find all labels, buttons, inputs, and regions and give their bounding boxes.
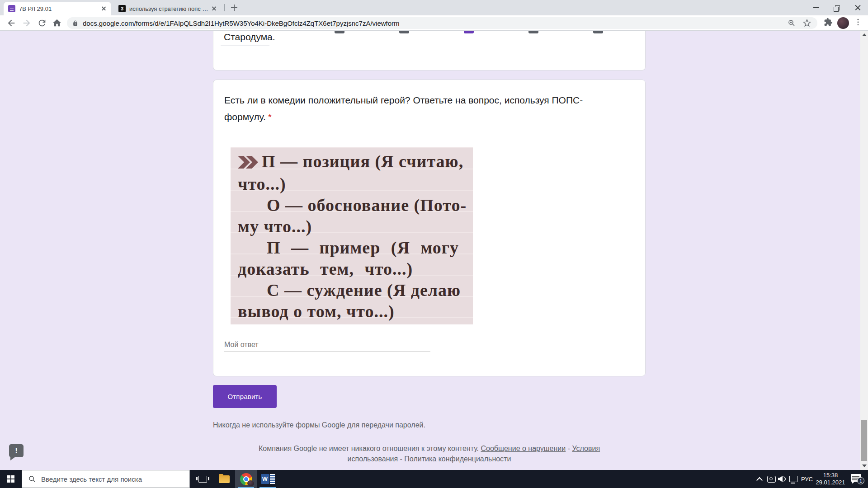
tray-capture-button[interactable] [766,470,777,488]
checkbox-stub[interactable] [593,31,603,33]
zoom-icon[interactable] [788,19,796,27]
report-feedback-button[interactable]: ! [9,444,24,457]
google-form-page: Стародума. Есть ли в комедии положительн… [0,31,868,470]
notification-count-badge: 1 [857,477,864,484]
taskbar-search-box[interactable] [22,470,190,488]
tab-search-result[interactable]: 3 используя стратегию попс фор [114,2,222,15]
taskbar-search-input[interactable] [40,475,189,483]
grid-row-label: Стародума. [224,32,275,42]
bookmark-star-icon[interactable] [803,19,811,27]
windows-taskbar: W РУС 15:38 29.01.2021 1 [0,470,868,488]
url-text: docs.google.com/forms/d/e/1FAIpQLSdh2I1H… [83,19,400,27]
chrome-profile-badge [247,480,254,486]
checkbox-checked-stub[interactable] [464,31,474,33]
form-footer: Компания Google не имеет никакого отноше… [213,443,646,464]
footer-text: Компания Google не имеет никакого отноше… [235,443,624,464]
language-indicator[interactable]: РУС [799,470,815,488]
language-label: РУС [801,476,813,483]
scrollbar-thumb[interactable] [861,420,867,461]
new-tab-button[interactable] [229,2,240,13]
grid-question-card-partial: Стародума. [213,31,646,70]
home-button[interactable] [52,18,62,28]
tab-separator [224,4,225,11]
formula-line: вывод о том, что...) [238,301,470,322]
tray-expand-button[interactable] [754,470,765,488]
chrome-taskbar-button[interactable] [235,470,257,488]
network-icon [789,476,797,482]
question-card: Есть ли в комедии положительный герой? О… [213,80,646,376]
clock-time: 15:38 [814,472,847,479]
folder-icon [219,475,230,483]
page-scrollbar[interactable] [860,31,868,470]
task-view-button[interactable] [192,470,213,488]
window-restore-button[interactable] [826,0,847,14]
formula-image-lines: П — позиция (Я считаю,что...)О — обоснов… [238,151,470,322]
menu-dots-icon[interactable] [854,18,864,28]
file-explorer-button[interactable] [213,470,235,488]
chevron-up-icon [756,477,763,483]
action-center-button[interactable]: 1 [848,470,866,488]
google-forms-favicon-icon [8,5,15,12]
question-text: Есть ли в комедии положительный герой? О… [224,92,622,125]
password-warning-text: Никогда не используйте формы Google для … [213,421,425,429]
double-chevron-icon [238,152,258,174]
word-taskbar-button[interactable]: W [257,470,278,488]
checkbox-stub[interactable] [399,31,409,33]
word-doc-lines [270,474,275,484]
back-button[interactable] [6,18,17,28]
tab-close-icon[interactable] [100,5,108,12]
clock-date: 29.01.2021 [814,479,847,486]
scrollbar-down-arrow-icon[interactable] [862,465,867,467]
browser-toolbar: docs.google.com/forms/d/e/1FAIpQLSdh2I1H… [0,15,868,31]
speaker-icon [778,476,786,482]
volume-button[interactable] [777,470,788,488]
footer-link[interactable]: Сообщение о нарушении [481,445,566,452]
window-close-button[interactable] [847,0,868,14]
tab-close-icon[interactable] [211,5,218,12]
network-button[interactable] [788,470,799,488]
required-asterisk: * [266,112,272,122]
extensions-icon[interactable] [824,18,835,28]
start-button[interactable] [0,470,22,488]
taskbar-clock[interactable]: 15:38 29.01.2021 [814,470,847,488]
forward-button[interactable] [21,18,32,28]
profile-avatar[interactable] [837,17,849,29]
formula-line: П — пример (Я могу [238,237,470,258]
formula-line: П — позиция (Я считаю, [238,151,470,174]
formula-line: С — суждение (Я делаю [238,280,470,301]
screen-capture-icon [767,476,776,483]
tab-title: 7В РЛ 29.01 [19,5,100,12]
scrollbar-up-arrow-icon[interactable] [862,33,867,36]
formula-line: му что...) [238,216,470,237]
row-divider [221,45,269,46]
browser-tabstrip: 7В РЛ 29.01 3 используя стратегию попс ф… [0,0,868,15]
formula-line: О — обоснование (Пото- [238,195,470,216]
word-icon: W [261,474,275,484]
checkbox-stub[interactable] [335,31,344,33]
address-bar[interactable]: docs.google.com/forms/d/e/1FAIpQLSdh2I1H… [67,17,817,29]
formula-line: что...) [238,174,470,195]
word-logo-letter: W [261,474,269,484]
footer-link[interactable]: Политика конфиденциальности [404,455,511,463]
window-minimize-button[interactable] [806,0,826,14]
submit-button[interactable]: Отправить [213,385,277,408]
formula-line: доказать тем, что...) [238,258,470,280]
tab2-favicon-icon: 3 [118,5,126,12]
search-icon [28,475,36,483]
task-view-icon [198,476,207,483]
answer-input[interactable] [224,338,430,352]
lock-icon [72,20,78,26]
question-label: Есть ли в комедии положительный герой? О… [224,95,583,122]
pops-formula-image: П — позиция (Я считаю,что...)О — обоснов… [231,147,473,324]
tab-title: используя стратегию попс фор [129,5,211,12]
checkbox-stub[interactable] [528,31,538,33]
tab-google-form[interactable]: 7В РЛ 29.01 [4,2,111,15]
screen: 7В РЛ 29.01 3 используя стратегию попс ф… [0,0,868,488]
reload-button[interactable] [37,18,47,28]
windows-logo-icon [7,475,14,483]
